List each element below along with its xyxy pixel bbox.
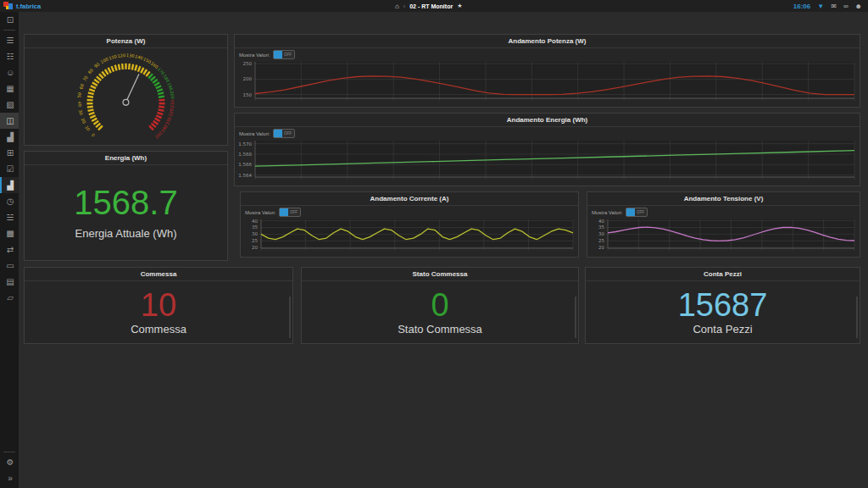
bar-chart-icon: ▟	[7, 132, 14, 141]
panel-energia-attuale: Energia (Wh) 1568.7 Energia Attuale (Wh)	[24, 151, 228, 261]
svg-text:90: 90	[93, 62, 101, 69]
scrollbar[interactable]	[289, 297, 291, 338]
favorite-icon[interactable]: ★	[457, 3, 462, 9]
conta-pezzi-label: Conta Pezzi	[693, 323, 752, 336]
panel-andamento-energia: Andamento Energia (Wh) Mostra Valori: OF…	[234, 113, 860, 186]
tensione-line-chart: 2025303540	[590, 217, 857, 255]
svg-text:30: 30	[252, 231, 258, 236]
sidebar-item-bar-chart[interactable]: ▟	[0, 129, 19, 145]
sidebar-divider	[3, 30, 15, 30]
app-logo[interactable]: t.fabrica	[0, 2, 41, 11]
energia-line-chart: 1.5641.5661.5681.570	[237, 138, 857, 184]
svg-text:30: 30	[598, 231, 604, 236]
energia-label: Energia Attuale (Wh)	[75, 227, 177, 240]
sidebar-item-calendar[interactable]: ▦	[0, 80, 19, 97]
breadcrumb: ⌂ › 02 - RT Monitor ★	[395, 0, 462, 12]
panel-andamento-potenza: Andamento Potenza (W) Mostra Valori: OFF…	[234, 34, 860, 108]
svg-text:120: 120	[117, 53, 125, 58]
sidebar-item-monitor[interactable]: ⊡	[0, 12, 19, 28]
sidebar-divider	[3, 452, 15, 452]
mostra-valori-control: Mostra Valori: OFF	[592, 208, 648, 217]
panel-title: Conta Pezzi	[586, 268, 860, 281]
conta-pezzi-value: 15687	[678, 289, 768, 321]
svg-text:70: 70	[81, 75, 88, 82]
svg-text:150: 150	[243, 92, 253, 97]
svg-text:35: 35	[598, 225, 604, 230]
svg-text:20: 20	[81, 117, 87, 124]
svg-text:40: 40	[598, 219, 604, 224]
sidebar-item-presentation[interactable]: ◫	[0, 113, 19, 129]
svg-text:30: 30	[78, 109, 84, 116]
panel-stato-commessa: Stato Commessa 0 Stato Commessa	[301, 267, 579, 344]
svg-text:80: 80	[86, 68, 94, 75]
sidebar-item-expand[interactable]: »	[0, 470, 19, 486]
sidebar-item-settings[interactable]: ⚙	[0, 454, 19, 470]
panel-title: Commessa	[25, 268, 292, 281]
scrollbar[interactable]	[575, 297, 576, 338]
sidebar-item-document[interactable]: ▤	[0, 274, 19, 290]
mostra-valori-control: Mostra Valori: OFF	[239, 50, 295, 59]
transfer-icon: ⇄	[7, 245, 14, 254]
toggle-knob	[280, 208, 288, 216]
logo-icon	[3, 2, 13, 11]
mostra-valori-toggle[interactable]: OFF	[273, 50, 295, 59]
sidebar-item-truck[interactable]: ▭	[0, 258, 19, 274]
sidebar-item-clock[interactable]: ◷	[0, 193, 19, 209]
sidebar-item-checklist[interactable]: ☑	[0, 161, 19, 177]
mostra-valori-toggle[interactable]: OFF	[273, 129, 295, 138]
mostra-valori-toggle[interactable]: OFF	[626, 208, 648, 217]
table-icon: ▩	[6, 229, 14, 238]
user-icon: ☺	[6, 68, 14, 77]
svg-text:10: 10	[84, 125, 92, 132]
link-icon[interactable]: ∞	[843, 3, 849, 10]
clock-icon: ◷	[7, 197, 14, 206]
sidebar-item-user[interactable]: ☺	[0, 64, 19, 80]
sidebar-item-hierarchy[interactable]: ☱	[0, 209, 19, 225]
sidebar-item-delivery[interactable]: ▱	[0, 290, 19, 306]
toggle-state: OFF	[635, 210, 647, 214]
stato-commessa-label: Stato Commessa	[398, 323, 482, 336]
svg-text:60: 60	[78, 83, 85, 90]
panel-title: Energia (Wh)	[25, 152, 227, 165]
panel-andamento-tensione: Andamento Tensione (V) Mostra Valori: OF…	[587, 191, 860, 258]
toggle-state: OFF	[282, 53, 294, 57]
home-icon[interactable]: ⌂	[395, 3, 399, 10]
sidebar-item-transfer[interactable]: ⇄	[0, 241, 19, 258]
panel-title: Andamento Tensione (V)	[587, 192, 860, 206]
breadcrumb-separator: ›	[403, 3, 405, 9]
top-bar: t.fabrica ⌂ › 02 - RT Monitor ★ 16:06 ▼ …	[0, 0, 868, 12]
breadcrumb-page[interactable]: 02 - RT Monitor	[409, 3, 453, 9]
monitor-icon: ⊡	[7, 15, 14, 25]
toggle-label: Mostra Valori:	[245, 210, 276, 215]
corrente-line-chart: 2025303540	[243, 217, 576, 255]
panel-title: Stato Commessa	[302, 268, 578, 281]
scrollbar[interactable]	[856, 297, 858, 338]
toggle-knob	[274, 130, 282, 137]
clock-label: 16:06	[793, 3, 810, 10]
hierarchy-icon: ☱	[7, 213, 14, 222]
users-icon: ☷	[7, 52, 14, 61]
svg-text:40: 40	[252, 219, 258, 224]
calendar-icon: ▦	[6, 84, 14, 93]
svg-text:1.570: 1.570	[238, 141, 252, 147]
svg-text:200: 200	[170, 91, 175, 99]
filter-icon[interactable]: ▼	[817, 3, 824, 10]
mail-icon[interactable]: ✉	[831, 3, 837, 10]
sidebar-item-users[interactable]: ☷	[0, 48, 19, 64]
panel-conta-pezzi: Conta Pezzi 15687 Conta Pezzi	[585, 267, 860, 344]
mostra-valori-toggle[interactable]: OFF	[279, 208, 301, 217]
sidebar-item-media[interactable]: ▧	[0, 97, 19, 113]
sidebar-item-table[interactable]: ▩	[0, 225, 19, 241]
rt-monitor-icon: ▟	[7, 180, 14, 190]
sidebar-item-grid[interactable]: ⊞	[0, 145, 19, 161]
sidebar: ⊡☰☷☺▦▧◫▟⊞☑▟◷☱▩⇄▭▤▱ ⚙»	[0, 12, 19, 488]
checklist-icon: ☑	[7, 164, 14, 174]
sidebar-item-rt-monitor[interactable]: ▟	[0, 177, 19, 193]
sidebar-item-database[interactable]: ☰	[0, 32, 19, 48]
mostra-valori-control: Mostra Valori: OFF	[239, 129, 295, 138]
mostra-valori-control: Mostra Valori: OFF	[245, 208, 301, 217]
user-icon[interactable]: ☻	[855, 3, 862, 10]
expand-icon: »	[8, 474, 13, 483]
delivery-icon: ▱	[7, 293, 14, 302]
svg-text:1.564: 1.564	[238, 173, 252, 178]
